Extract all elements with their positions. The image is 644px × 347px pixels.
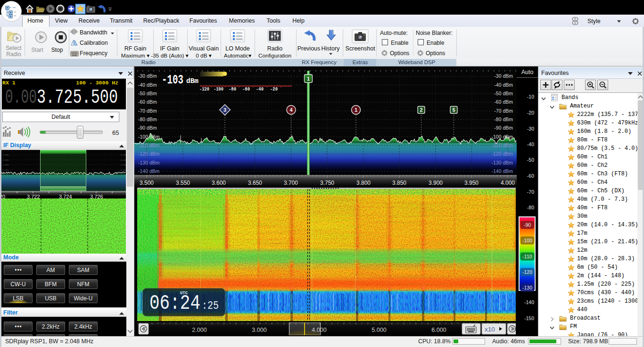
svg-text:-100 dBm: -100 dBm bbox=[138, 134, 160, 140]
svg-text:5.000: 5.000 bbox=[372, 327, 386, 333]
svg-text:3.900: 3.900 bbox=[429, 180, 443, 186]
svg-text:-100 dBm: -100 dBm bbox=[491, 134, 513, 140]
svg-text:06:24: 06:24 bbox=[149, 291, 200, 315]
svg-text:-30 dBm: -30 dBm bbox=[494, 73, 513, 79]
svg-text:-40: -40 bbox=[527, 141, 534, 147]
svg-text:x10: x10 bbox=[485, 326, 495, 333]
svg-text:-60 dBm: -60 dBm bbox=[120, 169, 126, 171]
svg-text:-110: -110 bbox=[522, 254, 532, 259]
svg-text:-100: -100 bbox=[214, 87, 223, 92]
svg-text:4: 4 bbox=[289, 107, 293, 113]
svg-text:3.700: 3.700 bbox=[284, 180, 298, 186]
svg-text:dBm: dBm bbox=[186, 77, 198, 85]
svg-text:-90: -90 bbox=[524, 222, 531, 228]
svg-text:3.000: 3.000 bbox=[252, 327, 266, 333]
svg-text:-80 dBm: -80 dBm bbox=[138, 116, 157, 122]
svg-text:-100: -100 bbox=[522, 238, 532, 243]
svg-text:2: 2 bbox=[420, 107, 422, 113]
svg-text:3.500: 3.500 bbox=[140, 180, 154, 186]
svg-text:-40 dBm: -40 dBm bbox=[138, 82, 157, 88]
svg-text:1: 1 bbox=[307, 76, 310, 82]
svg-text:-103: -103 bbox=[162, 73, 183, 87]
svg-text:-30: -30 bbox=[527, 126, 534, 132]
svg-text:3.725.500: 3.725.500 bbox=[37, 88, 118, 107]
svg-text:0.00: 0.00 bbox=[5, 88, 37, 107]
svg-text:-50 dBm: -50 dBm bbox=[494, 91, 513, 96]
svg-text:3.600: 3.600 bbox=[212, 180, 226, 186]
svg-text:3.850: 3.850 bbox=[392, 180, 406, 186]
svg-text:-110 dBm: -110 dBm bbox=[492, 142, 513, 148]
svg-text:-80: -80 bbox=[229, 87, 236, 92]
svg-text:-130 dBm: -130 dBm bbox=[138, 160, 160, 165]
svg-text:-80 dBm: -80 dBm bbox=[494, 116, 513, 122]
svg-text:-20: -20 bbox=[527, 110, 534, 116]
svg-text:-120 dBm: -120 dBm bbox=[138, 151, 160, 157]
svg-text:-50 dBm: -50 dBm bbox=[138, 91, 157, 96]
svg-text:-140 dBm: -140 dBm bbox=[491, 168, 513, 174]
svg-text:-80: -80 bbox=[527, 205, 534, 210]
svg-text:2.000: 2.000 bbox=[192, 327, 206, 333]
svg-text:4.000: 4.000 bbox=[501, 180, 515, 186]
svg-text:-40 dBm: -40 dBm bbox=[494, 82, 513, 88]
svg-text:-10: -10 bbox=[527, 94, 534, 99]
svg-text:-50: -50 bbox=[527, 157, 534, 163]
svg-text:-120: -120 bbox=[522, 269, 532, 275]
svg-text:-140 dBm: -140 dBm bbox=[138, 168, 160, 174]
svg-text:-40 dBm: -40 dBm bbox=[2, 159, 9, 161]
svg-text:3.950: 3.950 bbox=[464, 180, 479, 186]
svg-text:-130 dBm: -130 dBm bbox=[491, 160, 513, 165]
svg-text:-120: -120 bbox=[199, 87, 209, 92]
svg-text:-130: -130 bbox=[522, 285, 532, 290]
svg-text:-30 dBm: -30 dBm bbox=[2, 154, 9, 156]
svg-text:-90 dBm: -90 dBm bbox=[494, 125, 513, 131]
svg-text:-40 dBm: -40 dBm bbox=[120, 159, 126, 161]
svg-text:-110 dBm: -110 dBm bbox=[138, 142, 159, 148]
svg-text:-50 dBm: -50 dBm bbox=[120, 164, 126, 166]
svg-text:-60 dBm: -60 dBm bbox=[138, 99, 157, 105]
svg-text:1: 1 bbox=[355, 107, 357, 113]
svg-text:3.750: 3.750 bbox=[320, 180, 334, 186]
svg-text:-140: -140 bbox=[524, 299, 534, 305]
svg-text:-30 dBm: -30 dBm bbox=[120, 154, 126, 156]
svg-text:-70: -70 bbox=[527, 189, 534, 195]
svg-text:Style: Style bbox=[587, 18, 601, 25]
svg-text:-70 dBm: -70 dBm bbox=[138, 108, 157, 114]
svg-text:4.000: 4.000 bbox=[312, 327, 326, 333]
svg-text:-30 dBm: -30 dBm bbox=[138, 73, 157, 79]
svg-text:UTC: UTC bbox=[180, 291, 188, 296]
svg-text::25: :25 bbox=[202, 300, 219, 312]
svg-text:3: 3 bbox=[223, 107, 226, 113]
svg-text:-60: -60 bbox=[527, 173, 534, 179]
svg-text:-50 dBm: -50 dBm bbox=[2, 164, 9, 166]
svg-text:-60 dBm: -60 dBm bbox=[2, 169, 9, 171]
svg-text:5: 5 bbox=[452, 107, 455, 113]
svg-text:-60 dBm: -60 dBm bbox=[494, 99, 513, 105]
svg-text:-90 dBm: -90 dBm bbox=[138, 125, 157, 131]
svg-text:-150: -150 bbox=[524, 315, 534, 321]
svg-text:3.650: 3.650 bbox=[248, 180, 262, 186]
svg-text:3.800: 3.800 bbox=[356, 180, 371, 186]
svg-text:3.550: 3.550 bbox=[176, 180, 190, 186]
svg-text:-20: -20 bbox=[270, 87, 278, 92]
svg-text:-40: -40 bbox=[256, 87, 264, 92]
svg-text:6.000: 6.000 bbox=[431, 327, 446, 333]
svg-text:-120 dBm: -120 dBm bbox=[491, 151, 513, 157]
svg-text:-60: -60 bbox=[242, 87, 250, 92]
svg-text:-70 dBm: -70 dBm bbox=[494, 108, 513, 114]
